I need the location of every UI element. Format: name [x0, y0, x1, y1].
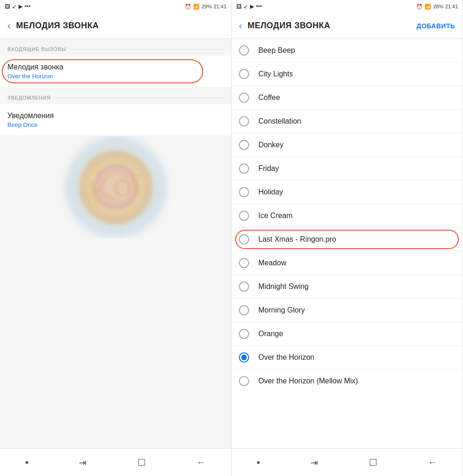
- ringtone-list-item[interactable]: Morning Glory: [232, 299, 463, 322]
- ringtone-name-label: Orange: [258, 330, 283, 338]
- add-ringtone-button[interactable]: ДОБАВИТЬ: [417, 22, 455, 30]
- gallery-icon: 🖼: [5, 3, 10, 10]
- ringtone-name-label: Ice Cream: [258, 212, 293, 220]
- ringtone-list-item[interactable]: Over the Horizon (Mellow Mix): [232, 370, 463, 393]
- alarm-icon: ⏰: [185, 4, 191, 10]
- ringtone-list-item[interactable]: Midnight Swing: [232, 275, 463, 299]
- left-top-bar: ‹ МЕЛОДИЯ ЗВОНКА: [0, 13, 231, 39]
- right-nav-back[interactable]: ←: [428, 457, 437, 468]
- radio-button[interactable]: [239, 140, 249, 150]
- battery-left: 29%: [201, 4, 212, 9]
- section-label-incoming: ВХОДЯЩИЕ ВЫЗОВЫ: [0, 39, 231, 56]
- ringtone-name-label: Midnight Swing: [258, 282, 309, 291]
- time-left: 21:41: [213, 4, 226, 9]
- ringtone-name-label: City Lights: [258, 70, 293, 78]
- right-alarm-icon: ⏰: [416, 4, 423, 10]
- ringtone-list-item[interactable]: Friday: [232, 157, 463, 181]
- more-icon: •••: [25, 3, 31, 10]
- ringtone-name-label: Last Xmas - Ringon.pro: [258, 235, 336, 244]
- wifi-icon: 📶: [193, 4, 200, 10]
- left-panel: 🖼 ↙ ▶ ••• ⏰ 📶 29% 21:41 ‹ МЕЛОДИЯ ЗВОНКА…: [0, 0, 232, 476]
- right-battery: 28%: [433, 4, 443, 9]
- ringtone-list-item[interactable]: Orange: [232, 322, 463, 346]
- ringtone-list-item[interactable]: Coffee: [232, 86, 463, 110]
- radio-inner: [241, 355, 247, 360]
- right-nav-recent[interactable]: ⇥: [310, 457, 318, 468]
- right-time: 21:41: [445, 4, 458, 9]
- right-panel: 🖼 ↙ ▶ ••• ⏰ 📶 28% 21:41 ‹ МЕЛОДИЯ ЗВОНКА…: [232, 0, 463, 476]
- right-status-right: ⏰ 📶 28% 21:41: [416, 4, 458, 10]
- ringtone-list-item[interactable]: Beep Beep: [232, 39, 463, 63]
- radio-button[interactable]: [239, 211, 249, 221]
- right-status-bar: 🖼 ↙ ▶ ••• ⏰ 📶 28% 21:41: [232, 0, 463, 13]
- ringtone-name-label: Beep Beep: [258, 46, 295, 55]
- left-page-title: МЕЛОДИЯ ЗВОНКА: [16, 21, 224, 31]
- left-watermark-area: Kor: [0, 136, 231, 238]
- radio-button[interactable]: [239, 234, 249, 244]
- radio-button[interactable]: [239, 93, 249, 103]
- notification-setting-title: Уведомления: [7, 112, 224, 120]
- right-page-title: МЕЛОДИЯ ЗВОНКА: [248, 21, 411, 31]
- download-icon: ↙: [12, 3, 17, 10]
- right-wifi-icon: 📶: [425, 4, 431, 10]
- ringtone-list-item[interactable]: Holiday: [232, 181, 463, 204]
- ringtone-list-item[interactable]: Last Xmas - Ringon.pro: [232, 228, 463, 251]
- ringtone-setting-subtitle: Over the Horizon: [7, 73, 224, 80]
- ringtone-list-item[interactable]: Meadow: [232, 251, 463, 275]
- ringtone-name-label: Over the Horizon: [258, 353, 314, 362]
- ringtone-list: Beep BeepCity LightsCoffeeConstellationD…: [232, 39, 463, 448]
- right-more-icon: •••: [256, 3, 262, 10]
- right-download-icon: ↙: [244, 3, 248, 10]
- section-label-notifications: УВЕДОМЛЕНИЯ: [0, 88, 231, 104]
- radio-button[interactable]: [239, 352, 249, 363]
- radio-button[interactable]: [239, 258, 249, 268]
- ringtone-setting-title: Мелодия звонка: [7, 63, 224, 71]
- radio-button[interactable]: [239, 376, 249, 386]
- radio-button[interactable]: [239, 282, 249, 292]
- right-play-icon: ▶: [250, 3, 254, 10]
- right-status-left: 🖼 ↙ ▶ •••: [236, 3, 262, 10]
- left-status-right: ⏰ 📶 29% 21:41: [185, 4, 226, 10]
- radio-button[interactable]: [239, 116, 249, 126]
- ringtone-list-item[interactable]: Ice Cream: [232, 204, 463, 228]
- back-button-right[interactable]: ‹: [239, 20, 242, 31]
- left-bottom-nav: ⇥ ☐ ←: [0, 448, 231, 476]
- ringtone-name-label: Over the Horizon (Mellow Mix): [258, 377, 358, 385]
- left-nav-back[interactable]: ←: [196, 457, 206, 468]
- ringtone-name-label: Constellation: [258, 117, 301, 125]
- radio-button[interactable]: [239, 163, 249, 174]
- right-nav-dot: [257, 461, 260, 464]
- ringtone-list-item[interactable]: Constellation: [232, 110, 463, 133]
- notification-setting-item[interactable]: Уведомления Beep Once: [0, 104, 231, 136]
- ringtone-name-label: Holiday: [258, 188, 283, 196]
- right-top-bar: ‹ МЕЛОДИЯ ЗВОНКА ДОБАВИТЬ: [232, 13, 463, 39]
- play-icon: ▶: [19, 3, 23, 10]
- radio-button[interactable]: [239, 187, 249, 197]
- left-nav-dot: [25, 461, 28, 464]
- left-content: ВХОДЯЩИЕ ВЫЗОВЫ Мелодия звонка Over the …: [0, 39, 231, 448]
- right-gallery-icon: 🖼: [236, 3, 242, 10]
- radio-button[interactable]: [239, 45, 249, 56]
- radio-button[interactable]: [239, 69, 249, 79]
- left-nav-home[interactable]: ☐: [138, 457, 146, 468]
- right-panel-wrap: ringon Beep BeepCity LightsCoffeeConstel…: [232, 39, 463, 448]
- right-bottom-nav: ⇥ ☐ ←: [232, 448, 463, 476]
- ringtone-name-label: Meadow: [258, 259, 286, 267]
- left-status-left: 🖼 ↙ ▶ •••: [5, 3, 31, 10]
- radio-button[interactable]: [239, 305, 249, 315]
- ringtone-setting-item[interactable]: Мелодия звонка Over the Horizon: [0, 56, 231, 88]
- left-nav-recent[interactable]: ⇥: [79, 457, 87, 468]
- ringtone-name-label: Donkey: [258, 141, 283, 149]
- ringtone-name-label: Morning Glory: [258, 306, 305, 314]
- ringtone-name-label: Friday: [258, 164, 279, 173]
- right-nav-home[interactable]: ☐: [369, 457, 377, 468]
- radio-button[interactable]: [239, 329, 249, 339]
- ringtone-list-item[interactable]: Over the Horizon: [232, 346, 463, 370]
- back-button-left[interactable]: ‹: [7, 20, 11, 31]
- notification-setting-subtitle: Beep Once: [7, 121, 224, 128]
- left-status-bar: 🖼 ↙ ▶ ••• ⏰ 📶 29% 21:41: [0, 0, 231, 13]
- ringtone-list-item[interactable]: City Lights: [232, 63, 463, 86]
- ringtone-name-label: Coffee: [258, 94, 280, 102]
- ringtone-list-item[interactable]: Donkey: [232, 133, 463, 157]
